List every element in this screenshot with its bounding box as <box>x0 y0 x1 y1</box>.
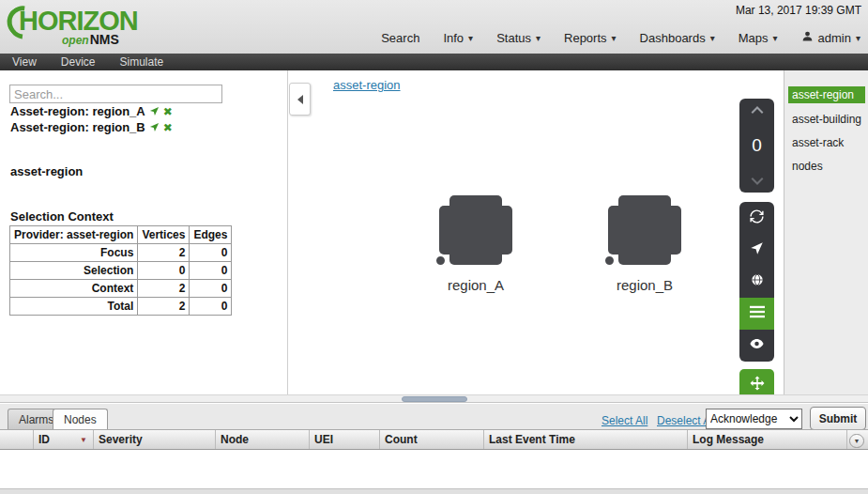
dock-footer-strip <box>0 488 868 494</box>
column-chooser-cell: ▼ <box>847 430 868 449</box>
locate-arrow-icon[interactable] <box>149 122 160 132</box>
nav-info[interactable]: Info▾ <box>443 31 473 45</box>
vertex-label: region_A <box>401 277 551 293</box>
checkbox-column-header <box>0 430 34 449</box>
highlight-focus-button[interactable] <box>739 330 774 362</box>
select-all-link[interactable]: Select All <box>602 414 647 427</box>
show-entire-map-button[interactable] <box>739 266 774 298</box>
table-row: Context 2 0 <box>10 280 232 298</box>
alarm-dock: Alarms Nodes Select All Deselect All Ack… <box>0 403 868 494</box>
locate-arrow-icon[interactable] <box>149 106 160 116</box>
nav-user-menu[interactable]: admin▾ <box>801 30 860 45</box>
alarm-action-select[interactable]: Acknowledge <box>706 409 802 429</box>
vertex-status-dot <box>434 255 447 267</box>
menu-view[interactable]: View <box>12 55 37 69</box>
focus-sidebar: Asset-region: region_A ✖ Asset-region: r… <box>0 70 288 394</box>
eye-icon <box>749 337 765 354</box>
edges-column-header: Edges <box>190 226 232 244</box>
nav-search[interactable]: Search <box>381 31 419 45</box>
semantic-zoom-control: 0 <box>739 99 774 193</box>
topology-map-canvas[interactable]: asset-region region_A region_B <box>288 70 784 394</box>
remove-from-focus-icon[interactable]: ✖ <box>163 107 173 116</box>
column-header-count[interactable]: Count <box>380 430 484 449</box>
column-header-log-message[interactable]: Log Message <box>688 430 847 449</box>
selection-context-title: Selection Context <box>10 209 114 224</box>
vertex-status-dot <box>603 255 616 267</box>
submit-button[interactable]: Submit <box>810 407 866 430</box>
scrollbar-thumb[interactable] <box>402 396 467 402</box>
layer-item-asset-building[interactable]: asset-building <box>788 111 865 128</box>
column-header-severity[interactable]: Severity <box>94 430 216 449</box>
layer-item-asset-region[interactable]: asset-region <box>788 86 865 103</box>
zoom-in-level-button[interactable] <box>749 104 766 116</box>
current-layer-label: asset-region <box>10 164 83 178</box>
chevron-down-icon: ▾ <box>773 33 778 43</box>
layers-panel: asset-region asset-building asset-rack n… <box>784 70 868 394</box>
breadcrumb[interactable]: asset-region <box>333 78 401 92</box>
logo-subtitle: openNMS <box>62 32 119 47</box>
chevron-down-icon: ▾ <box>536 33 541 43</box>
menu-simulate[interactable]: Simulate <box>119 55 163 69</box>
nav-status[interactable]: Status▾ <box>496 31 541 45</box>
zoom-level-value: 0 <box>752 135 762 156</box>
tab-nodes[interactable]: Nodes <box>53 409 108 430</box>
table-row: Selection 0 0 <box>10 262 232 280</box>
topology-menubar: View Device Simulate <box>0 54 868 70</box>
zoom-out-level-button[interactable] <box>749 176 766 187</box>
table-header-row: Provider: asset-region Vertices Edges <box>10 226 232 244</box>
top-nav: Search Info▾ Status▾ Reports▾ Dashboards… <box>381 30 860 45</box>
alarm-table-body <box>0 450 868 488</box>
move-arrows-icon <box>749 375 766 395</box>
vertex-label: region_B <box>570 277 720 293</box>
user-icon <box>801 30 814 45</box>
table-row: Focus 2 0 <box>10 244 232 262</box>
chevron-down-icon: ▾ <box>468 33 473 43</box>
chevron-down-icon: ▾ <box>612 33 617 43</box>
focus-item-region-b: Asset-region: region_B ✖ <box>10 120 173 134</box>
location-arrow-icon <box>750 241 764 259</box>
nav-maps[interactable]: Maps▾ <box>739 31 778 45</box>
topology-vertex-region-a[interactable]: region_A <box>439 195 512 265</box>
map-toolbar <box>739 202 774 362</box>
alarm-table-header: ID ▼ Severity Node UEI Count Last Event … <box>0 429 868 450</box>
remove-from-focus-icon[interactable]: ✖ <box>163 123 173 132</box>
layer-item-nodes[interactable]: nodes <box>788 158 827 175</box>
nav-reports[interactable]: Reports▾ <box>564 31 617 45</box>
topology-vertex-region-b[interactable]: region_B <box>608 195 681 265</box>
header-datetime: Mar 13, 2017 19:39 GMT <box>736 4 861 17</box>
column-header-last-event-time[interactable]: Last Event Time <box>484 430 688 449</box>
layer-item-asset-rack[interactable]: asset-rack <box>788 134 847 151</box>
focus-item-region-a: Asset-region: region_A ✖ <box>10 104 173 118</box>
nav-dashboards[interactable]: Dashboards▾ <box>640 31 715 45</box>
vertices-column-header: Vertices <box>138 226 190 244</box>
chevron-down-icon: ▾ <box>710 33 715 43</box>
column-header-uei[interactable]: UEI <box>310 430 380 449</box>
horizontal-scrollbar[interactable] <box>0 394 868 403</box>
provider-column-header: Provider: asset-region <box>10 226 138 244</box>
app-header: HORIZON openNMS Mar 13, 2017 19:39 GMT S… <box>0 0 868 54</box>
chevron-down-icon: ▾ <box>856 33 860 43</box>
column-header-id[interactable]: ID ▼ <box>34 430 94 449</box>
globe-icon <box>750 272 765 291</box>
center-on-selection-button[interactable] <box>739 234 774 266</box>
sidebar-collapse-button[interactable] <box>289 83 311 116</box>
search-input[interactable] <box>9 85 222 103</box>
hamburger-icon <box>750 305 765 322</box>
layers-menu-button[interactable] <box>739 298 774 330</box>
chevron-left-icon <box>293 95 303 104</box>
sort-desc-icon: ▼ <box>80 436 87 444</box>
selection-context-table: Provider: asset-region Vertices Edges Fo… <box>9 225 232 316</box>
table-row: Total 2 0 <box>10 298 232 316</box>
refresh-icon <box>749 208 765 228</box>
menu-device[interactable]: Device <box>61 55 96 69</box>
refresh-button[interactable] <box>739 202 774 234</box>
column-header-node[interactable]: Node <box>216 430 310 449</box>
column-chooser-button[interactable]: ▼ <box>849 434 864 448</box>
opennms-horizon-logo[interactable]: HORIZON openNMS <box>8 4 148 49</box>
